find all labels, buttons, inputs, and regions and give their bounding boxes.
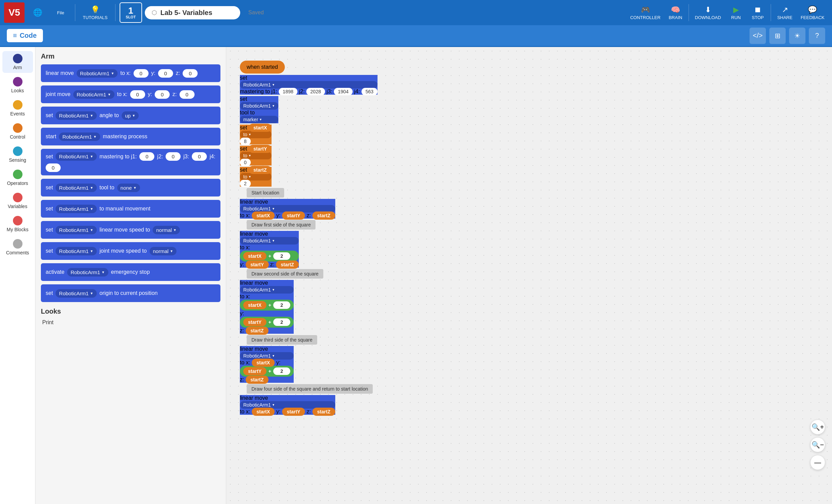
- sun-button[interactable]: ☀: [789, 28, 805, 44]
- zoom-in-button[interactable]: 🔍+: [810, 420, 825, 435]
- jm-y-input[interactable]: 0: [155, 90, 170, 99]
- so-arm-dropdown[interactable]: RoboticArm1: [56, 289, 97, 298]
- sx-to[interactable]: to: [240, 131, 272, 138]
- set-mastering-block[interactable]: set RoboticArm1 mastering to j1: 1898 j2…: [240, 75, 378, 95]
- set-startz-block[interactable]: set startZ to 2: [240, 167, 272, 187]
- sm-arm-dropdown[interactable]: RoboticArm1: [59, 132, 100, 141]
- sidebar-item-events[interactable]: Events: [2, 97, 33, 119]
- lm2-startx[interactable]: startX: [243, 252, 266, 260]
- set-tool-block[interactable]: set RoboticArm1 tool to marker: [240, 96, 278, 123]
- lm3-startx[interactable]: startX: [243, 301, 266, 309]
- st-tool-dropdown[interactable]: none: [117, 184, 140, 192]
- lm1-z-val[interactable]: startZ: [312, 211, 335, 220]
- tool-dropdown[interactable]: marker: [240, 116, 278, 123]
- lm2-starty[interactable]: startY: [246, 261, 269, 269]
- sz-val[interactable]: 2: [240, 180, 251, 187]
- grid-view-button[interactable]: ⊞: [769, 28, 786, 44]
- sidebar-item-sensing[interactable]: Sensing: [2, 144, 33, 166]
- lm4-starty[interactable]: startY: [243, 367, 266, 375]
- lm5-starty[interactable]: startY: [282, 408, 305, 416]
- jm-x-input[interactable]: 0: [130, 90, 145, 99]
- block-set-mastering[interactable]: set RoboticArm1 mastering to j1: 0 j2: 0…: [41, 149, 220, 175]
- linear-move-2-block[interactable]: linear move RoboticArm1 to x: startX + 2…: [240, 231, 299, 268]
- sidebar-item-myblocks[interactable]: My Blocks: [2, 213, 33, 235]
- controller-button[interactable]: 🎮 CONTROLLER: [627, 4, 664, 21]
- ls-speed-dropdown[interactable]: normal: [153, 226, 180, 234]
- sy-to[interactable]: to: [240, 152, 272, 159]
- code-tab[interactable]: ≡ Code: [7, 29, 43, 42]
- sy-var[interactable]: startY: [249, 145, 272, 153]
- sidebar-item-variables[interactable]: Variables: [2, 190, 33, 212]
- linear-move-1-block[interactable]: linear move RoboticArm1 to x: startX y: …: [240, 199, 335, 219]
- linear-move-5-block[interactable]: linear move RoboticArm1 to x: startX y: …: [240, 395, 335, 415]
- set-starty-block[interactable]: set startY to 0: [240, 146, 272, 166]
- setm-j2[interactable]: 0: [166, 152, 181, 161]
- lm4-startx[interactable]: startX: [252, 359, 275, 367]
- lm1-y-val[interactable]: startY: [282, 211, 305, 220]
- lm4-startz[interactable]: startZ: [246, 376, 268, 384]
- block-start-mastering[interactable]: start RoboticArm1 mastering process: [41, 128, 220, 145]
- download-button[interactable]: ⬇ DOWNLOAD: [692, 4, 725, 21]
- sidebar-item-arm[interactable]: Arm: [2, 51, 33, 73]
- lm-z-input[interactable]: 0: [183, 69, 198, 78]
- tutorials-button[interactable]: 💡 TUTORIALS: [79, 4, 111, 21]
- globe-button[interactable]: 🌐: [27, 7, 48, 18]
- tool-arm[interactable]: RoboticArm1: [240, 102, 278, 110]
- setm-arm-dropdown[interactable]: RoboticArm1: [56, 152, 97, 161]
- st-arm-dropdown[interactable]: RoboticArm1: [56, 184, 97, 192]
- es-arm-dropdown[interactable]: RoboticArm1: [67, 268, 108, 277]
- sz-to[interactable]: to: [240, 173, 272, 180]
- sm-j4[interactable]: 563: [361, 88, 378, 95]
- smanual-arm-dropdown[interactable]: RoboticArm1: [56, 205, 97, 213]
- sidebar-item-operators[interactable]: Operators: [2, 167, 33, 189]
- zoom-reset-button[interactable]: —: [810, 455, 825, 470]
- lm-y-input[interactable]: 0: [158, 69, 173, 78]
- lm2-arm[interactable]: RoboticArm1: [240, 237, 299, 245]
- setm-j4[interactable]: 0: [46, 163, 61, 172]
- sa-arm-dropdown[interactable]: RoboticArm1: [56, 111, 97, 120]
- jm-z-input[interactable]: 0: [180, 90, 195, 99]
- sa-angle-dropdown[interactable]: up: [122, 111, 139, 120]
- block-set-angle[interactable]: set RoboticArm1 angle to up: [41, 107, 220, 124]
- file-button[interactable]: File: [50, 9, 71, 17]
- block-joint-move[interactable]: joint move RoboticArm1 to x: 0 y: 0 z: 0: [41, 85, 220, 103]
- run-button[interactable]: ▶ RUN: [726, 4, 746, 21]
- stop-button[interactable]: ⏹ STOP: [748, 4, 768, 21]
- sz-var[interactable]: startZ: [249, 166, 272, 174]
- slot-button[interactable]: 1 SLOT: [120, 2, 142, 23]
- js-arm-dropdown[interactable]: RoboticArm1: [56, 247, 97, 255]
- lm3-plus2x[interactable]: 2: [273, 301, 290, 309]
- linear-move-4-block[interactable]: linear move RoboticArm1 to x: startX y: …: [240, 346, 294, 383]
- sx-val[interactable]: 8: [240, 138, 251, 145]
- setm-j3[interactable]: 0: [192, 152, 207, 161]
- set-startx-block[interactable]: set startX to 8: [240, 125, 272, 144]
- share-button[interactable]: ↗ SHARE: [774, 4, 796, 21]
- lm5-startz[interactable]: startZ: [312, 408, 335, 416]
- zoom-out-button[interactable]: 🔍−: [810, 437, 825, 452]
- lm4-plus2y[interactable]: 2: [273, 367, 290, 375]
- code-view-button[interactable]: </>: [750, 28, 766, 44]
- block-linear-move[interactable]: linear move RoboticArm1 to x: 0 y: 0 z: …: [41, 64, 220, 82]
- block-linear-speed[interactable]: set RoboticArm1 linear move speed to nor…: [41, 221, 220, 239]
- sx-var[interactable]: startX: [249, 124, 272, 132]
- jm-arm-dropdown[interactable]: RoboticArm1: [73, 90, 114, 99]
- feedback-button[interactable]: 💬 FEEDBACK: [797, 4, 828, 21]
- lm3-plus2y[interactable]: 2: [273, 318, 290, 326]
- js-speed-dropdown[interactable]: normal: [150, 247, 177, 255]
- canvas-area[interactable]: when started set RoboticArm1 mastering t…: [226, 47, 832, 504]
- sy-val[interactable]: 0: [240, 159, 251, 166]
- ls-arm-dropdown[interactable]: RoboticArm1: [56, 226, 97, 234]
- block-set-manual[interactable]: set RoboticArm1 to manual movement: [41, 200, 220, 218]
- sm-arm[interactable]: RoboticArm1: [240, 81, 378, 89]
- lm2-plus2[interactable]: 2: [273, 252, 290, 260]
- lm2-startz[interactable]: startZ: [276, 261, 299, 269]
- sidebar-item-comments[interactable]: Comments: [2, 236, 33, 258]
- block-joint-speed[interactable]: set RoboticArm1 joint move speed to norm…: [41, 242, 220, 260]
- lm3-arm[interactable]: RoboticArm1: [240, 286, 294, 294]
- sm-j2[interactable]: 2028: [306, 88, 325, 95]
- linear-move-3-block[interactable]: linear move RoboticArm1 to x: startX + 2…: [240, 280, 294, 334]
- sm-j1[interactable]: 1898: [279, 88, 297, 95]
- lm1-x[interactable]: startX: [252, 211, 275, 220]
- setm-j1[interactable]: 0: [139, 152, 154, 161]
- lm-x-input[interactable]: 0: [134, 69, 149, 78]
